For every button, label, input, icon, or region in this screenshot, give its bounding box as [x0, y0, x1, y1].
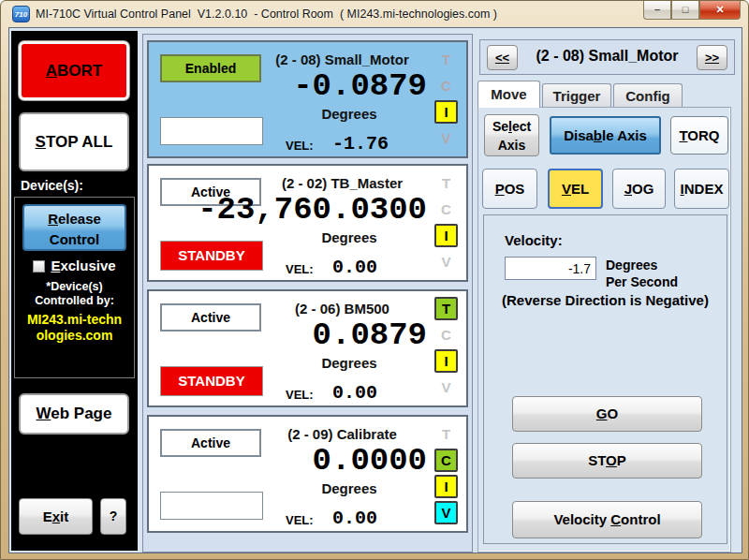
axis-vel-label: VEL: [286, 139, 314, 153]
maximize-button[interactable]: □ [671, 1, 699, 20]
selected-axis-title: (2 - 08) Small_Motor [518, 48, 697, 65]
axis-status-button[interactable]: Active [160, 429, 261, 457]
velocity-input[interactable] [505, 257, 596, 280]
axis-title: (2 - 09) Calibrate [259, 426, 425, 442]
controlling-host: MI243.mi-techn ologies.com [15, 312, 134, 344]
stop-all-button[interactable]: STOP ALL [19, 112, 129, 171]
move-tab-page: Select Axis Disable Axis TORQ POS VEL JO… [477, 107, 731, 553]
indicator-torque: T [434, 297, 458, 320]
stop-button[interactable]: STOP [512, 443, 702, 479]
indicator-velocity: V [434, 501, 458, 524]
axis-vel-label: VEL: [286, 513, 314, 527]
help-button[interactable]: ? [100, 498, 126, 535]
axis-panel-calibrate[interactable]: Active (2 - 09) Calibrate 0.0000 Degrees… [147, 415, 468, 533]
indicator-calibrate: C [434, 323, 458, 346]
indicator-torque: T [434, 48, 458, 71]
vel-mode-button[interactable]: VEL [548, 169, 603, 209]
axis-indicators: T C I V [434, 422, 459, 527]
disable-axis-button[interactable]: Disable Axis [550, 116, 661, 155]
maximize-icon: □ [683, 4, 689, 15]
axis-units-label: Degrees [293, 229, 405, 245]
device-group-box: Release Control Exclusive *Device(s) Con… [14, 197, 135, 378]
standby-button[interactable]: STANDBY [160, 241, 263, 271]
exclusive-label: Exclusive [51, 258, 115, 273]
go-button[interactable]: GO [512, 396, 702, 432]
index-mode-button[interactable]: INDEX [674, 169, 729, 209]
indicator-velocity: V [434, 250, 458, 273]
reverse-direction-note: (Reverse Direction is Negative) [484, 292, 727, 308]
axis-title: (2 - 06) BM500 [259, 301, 425, 317]
axis-units-label: Degrees [293, 355, 405, 371]
exit-button[interactable]: Exit [19, 498, 93, 535]
tab-config[interactable]: Config [613, 83, 683, 108]
abort-button[interactable]: ABORT [19, 41, 129, 100]
minimize-icon: – [654, 4, 660, 15]
axis-panel-small-motor[interactable]: Enabled (2 - 08) Small_Motor -0.0879 Deg… [147, 40, 468, 158]
release-control-button[interactable]: Release Control [22, 204, 126, 251]
window-controls: – □ ✕ [643, 1, 741, 20]
app-window: 710 MI-710C Virtual Control Panel V1.2.0… [0, 0, 749, 560]
axes-column: Enabled (2 - 08) Small_Motor -0.0879 Deg… [142, 34, 473, 553]
axis-indicators: T C I V [434, 48, 459, 153]
indicator-velocity: V [434, 126, 458, 150]
axis-vel-value: 0.00 [332, 382, 377, 404]
torq-button[interactable]: TORQ [670, 116, 728, 155]
indicator-torque: T [434, 171, 458, 195]
window-title: MI-710C Virtual Control Panel V1.2.0.10 … [36, 7, 497, 21]
control-column: << (2 - 08) Small_Motor >> Move Trigger … [470, 28, 743, 554]
axis-indicators: T C I V [434, 171, 459, 276]
axis-position-input[interactable] [160, 492, 263, 520]
previous-axis-button[interactable]: << [487, 45, 518, 70]
indicator-index: I [434, 349, 458, 373]
client-area: ABORT STOP ALL Device(s): Release Contro… [8, 27, 742, 553]
devices-label: Device(s): [21, 178, 83, 193]
axis-status-button[interactable]: Enabled [160, 54, 261, 82]
indicator-torque: T [434, 422, 458, 446]
indicator-index: I [434, 100, 458, 124]
axis-status-button[interactable]: Active [160, 303, 261, 332]
axis-position-value: -0.0879 [293, 68, 427, 104]
axis-vel-value: 0.00 [332, 508, 377, 529]
indicator-calibrate: C [434, 74, 458, 97]
jog-mode-button[interactable]: JOG [612, 169, 666, 209]
indicator-calibrate: C [434, 449, 458, 472]
axis-vel-value: -1.76 [332, 133, 389, 155]
axis-panel-tb-master[interactable]: Active (2 - 02) TB_Master -23,760.0300 D… [147, 164, 468, 282]
indicator-index: I [434, 475, 458, 498]
indicator-calibrate: C [434, 198, 458, 221]
velocity-units-label: Degrees Per Second [606, 257, 678, 290]
axis-position-value: 0.0000 [313, 443, 427, 479]
close-icon: ✕ [715, 4, 724, 15]
select-axis-button[interactable]: Select Axis [484, 114, 539, 156]
axis-title: (2 - 02) TB_Master [259, 175, 425, 191]
next-axis-button[interactable]: >> [697, 45, 727, 70]
axis-units-label: Degrees [293, 106, 405, 122]
pos-mode-button[interactable]: POS [482, 169, 537, 209]
tab-move[interactable]: Move [477, 81, 540, 108]
axis-position-input[interactable] [160, 117, 263, 145]
velocity-label: Velocity: [505, 232, 563, 248]
axis-position-value: -23,760.0300 [198, 192, 427, 228]
indicator-index: I [434, 224, 458, 247]
web-page-button[interactable]: Web Page [19, 393, 129, 435]
tab-trigger[interactable]: Trigger [542, 83, 611, 108]
standby-button[interactable]: STANDBY [160, 366, 263, 396]
controlled-by-label: *Device(s) Controlled by: [15, 280, 134, 308]
selected-axis-header: << (2 - 08) Small_Motor >> [479, 39, 735, 75]
axis-vel-value: 0.00 [332, 257, 377, 278]
title-bar: 710 MI-710C Virtual Control Panel V1.2.0… [1, 1, 748, 27]
axis-panel-bm500[interactable]: Active (2 - 06) BM500 0.0879 Degrees STA… [147, 289, 468, 407]
exclusive-checkbox[interactable] [33, 260, 45, 273]
velocity-control-button[interactable]: Velocity Control [512, 501, 702, 538]
velocity-panel: Velocity: Degrees Per Second (Reverse Di… [483, 214, 727, 544]
axis-position-value: 0.0879 [313, 317, 427, 353]
app-icon[interactable]: 710 [12, 6, 30, 22]
close-button[interactable]: ✕ [699, 1, 741, 20]
indicator-velocity: V [434, 376, 458, 399]
axis-indicators: T C I V [434, 297, 459, 402]
minimize-button[interactable]: – [643, 1, 671, 20]
axis-vel-label: VEL: [286, 388, 314, 402]
exclusive-row: Exclusive [15, 258, 134, 274]
sidebar: ABORT STOP ALL Device(s): Release Contro… [11, 31, 138, 551]
axis-title: (2 - 08) Small_Motor [259, 52, 425, 67]
